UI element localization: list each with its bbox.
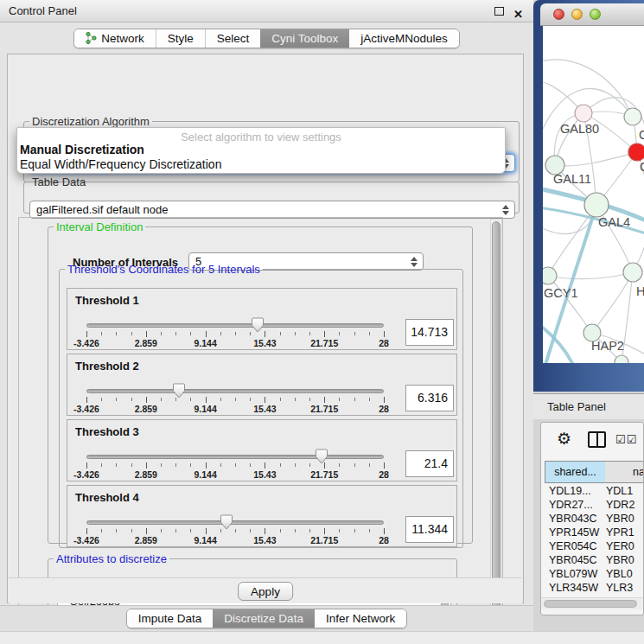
control-panel: Control Panel ✕ Network Style Select Cyn… bbox=[0, 0, 533, 644]
slider-track[interactable] bbox=[86, 455, 384, 459]
scale-label: 28 bbox=[379, 469, 389, 480]
table-row[interactable]: YDL19...YDL1 bbox=[541, 485, 644, 499]
scale-label: 15.43 bbox=[253, 469, 276, 480]
threshold-slider[interactable]: -3.4262.8599.14415.4321.71528 bbox=[86, 486, 384, 548]
network-node[interactable] bbox=[624, 108, 641, 125]
tab-infer-network[interactable]: Infer Network bbox=[315, 609, 406, 628]
panel-vertical-scrollbar[interactable] bbox=[490, 219, 502, 628]
network-node[interactable] bbox=[615, 355, 628, 363]
column-header-name[interactable]: na bbox=[605, 461, 644, 483]
minimize-traffic-light-icon[interactable] bbox=[571, 9, 583, 20]
tab-cyni-toolbox[interactable]: Cyni Toolbox bbox=[260, 29, 349, 48]
slider-track[interactable] bbox=[86, 389, 384, 393]
threshold-slider[interactable]: -3.4262.8599.14415.4321.71528 bbox=[86, 354, 384, 417]
network-node-label: GAL4 bbox=[598, 215, 630, 229]
tab-network[interactable]: Network bbox=[74, 29, 156, 48]
column-header-shared-name[interactable]: shared... bbox=[545, 461, 606, 483]
scrollbar-thumb[interactable] bbox=[492, 221, 501, 621]
table-row[interactable]: YBL079WYBL0 bbox=[541, 568, 644, 582]
table-row[interactable]: YPR145WYPR1 bbox=[541, 526, 644, 540]
network-node-label: GAL80 bbox=[560, 122, 599, 136]
tab-jactivemnodules[interactable]: jActiveMNodules bbox=[349, 29, 459, 48]
slider-track[interactable] bbox=[86, 520, 384, 525]
network-window-titlebar[interactable] bbox=[540, 3, 644, 26]
threshold-box: Threshold 4-3.4262.8599.14415.4321.71528… bbox=[67, 485, 457, 547]
network-node[interactable] bbox=[623, 263, 642, 282]
checkbox-icons[interactable]: ☑☑ bbox=[615, 433, 637, 446]
slider-track[interactable] bbox=[86, 323, 384, 328]
network-edge[interactable] bbox=[548, 272, 633, 279]
algorithm-dropdown: Select algorithm to view settings Manual… bbox=[16, 127, 506, 174]
network-edge[interactable] bbox=[548, 205, 596, 276]
table-data-select[interactable]: galFiltered.sif default node bbox=[29, 201, 515, 219]
table-horizontal-scrollbar[interactable] bbox=[541, 597, 644, 609]
table-column-headers: shared... na bbox=[541, 461, 644, 483]
tab-impute-data[interactable]: Impute Data bbox=[127, 609, 214, 628]
threshold-slider[interactable]: -3.4262.8599.14415.4321.71528 bbox=[86, 289, 384, 351]
table-row[interactable]: YDR27...YDR2 bbox=[541, 499, 644, 513]
scale-label: 28 bbox=[379, 404, 389, 414]
dropdown-hint: Select algorithm to view settings bbox=[17, 128, 505, 143]
table-row[interactable]: YBR043CYBR0 bbox=[541, 513, 644, 526]
slider-ticks bbox=[86, 331, 384, 338]
scale-label: 2.859 bbox=[135, 404, 157, 414]
table-row[interactable]: YBR045CYBR0 bbox=[541, 554, 644, 568]
table-data-title: Table Data bbox=[29, 175, 88, 188]
scrollbar-thumb[interactable] bbox=[544, 600, 637, 608]
scale-label: 9.144 bbox=[194, 338, 216, 348]
threshold-value-field[interactable]: 11.344 bbox=[405, 516, 454, 543]
scale-label: 2.859 bbox=[135, 535, 157, 545]
network-node[interactable] bbox=[584, 193, 609, 217]
attributes-title: Attributes to discretize bbox=[54, 552, 169, 565]
threshold-value-field[interactable]: 21.4 bbox=[405, 450, 454, 477]
table-data-value: galFiltered.sif default node bbox=[36, 203, 168, 216]
scale-label: 21.715 bbox=[310, 469, 338, 480]
table-row[interactable]: YLR345WYLR3 bbox=[541, 582, 644, 592]
right-side: GAL80GCGAL11GAL4GCY1HHAP2 Table Panel ⚙ … bbox=[533, 0, 644, 644]
application: Control Panel ✕ Network Style Select Cyn… bbox=[0, 0, 644, 644]
threshold-box: Threshold 1-3.4262.8599.14415.4321.71528… bbox=[67, 288, 457, 350]
zoom-traffic-light-icon[interactable] bbox=[590, 9, 601, 20]
network-node-label: GAL11 bbox=[553, 172, 591, 186]
panel-title: Control Panel bbox=[9, 4, 77, 17]
tab-select[interactable]: Select bbox=[205, 29, 261, 48]
network-icon bbox=[86, 32, 97, 44]
network-node[interactable] bbox=[575, 105, 592, 122]
bottom-strip bbox=[0, 631, 533, 644]
table-row[interactable]: YER054CYER0 bbox=[541, 540, 644, 554]
dropdown-option-manual[interactable]: Manual Discretization bbox=[17, 143, 505, 157]
bottom-tab-bar: Impute Data Discretize Data Infer Networ… bbox=[0, 605, 533, 631]
slider-scale: -3.4262.8599.14415.4321.71528 bbox=[86, 469, 384, 480]
scale-label: -3.426 bbox=[73, 535, 99, 545]
slider-scale: -3.4262.8599.14415.4321.71528 bbox=[86, 404, 384, 414]
dropdown-option-equal-width[interactable]: Equal Width/Frequency Discretization bbox=[17, 157, 505, 172]
slider-ticks bbox=[86, 397, 384, 404]
close-traffic-light-icon[interactable] bbox=[553, 9, 564, 20]
scale-label: 15.43 bbox=[253, 404, 276, 414]
threshold-value-field[interactable]: 6.316 bbox=[405, 385, 454, 411]
threshold-value-field[interactable]: 14.713 bbox=[405, 319, 454, 346]
network-node-label: GCY1 bbox=[544, 286, 578, 300]
network-node[interactable] bbox=[628, 143, 644, 161]
table-panel-header: Table Panel bbox=[533, 393, 644, 419]
network-node[interactable] bbox=[543, 267, 557, 284]
split-table-icon[interactable] bbox=[588, 431, 606, 448]
discretization-algorithm-title: Discretization Algorithm bbox=[29, 115, 152, 128]
table-panel-toolbar: ⚙ ☑☑ bbox=[541, 423, 644, 457]
network-canvas[interactable]: GAL80GCGAL11GAL4GCY1HHAP2 bbox=[543, 26, 644, 363]
threshold-slider[interactable]: -3.4262.8599.14415.4321.71528 bbox=[86, 420, 384, 482]
slider-scale: -3.4262.8599.14415.4321.71528 bbox=[86, 535, 384, 545]
scale-label: 21.715 bbox=[310, 338, 338, 348]
tab-style[interactable]: Style bbox=[156, 29, 205, 48]
control-panel-titlebar: Control Panel ✕ bbox=[0, 0, 533, 22]
tab-discretize-data[interactable]: Discretize Data bbox=[213, 609, 315, 628]
scale-label: 15.43 bbox=[253, 535, 276, 545]
float-window-icon[interactable] bbox=[494, 7, 504, 16]
network-edge[interactable] bbox=[555, 152, 637, 166]
interval-definition-group: Interval Definition Number of Intervals … bbox=[48, 220, 473, 544]
thresholds-title: Threshold's Coordinates for 5 Intervals bbox=[65, 263, 263, 276]
right-bottom-strip bbox=[533, 631, 644, 644]
gear-icon[interactable]: ⚙ bbox=[557, 429, 571, 449]
threshold-box: Threshold 2-3.4262.8599.14415.4321.71528… bbox=[67, 354, 457, 416]
apply-button[interactable]: Apply bbox=[238, 582, 293, 601]
